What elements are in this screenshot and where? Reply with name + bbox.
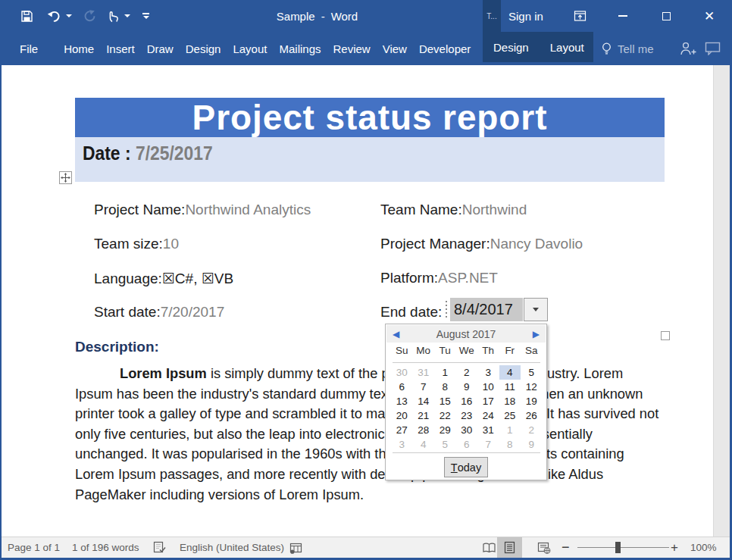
- table-move-handle[interactable]: [59, 171, 72, 184]
- sign-in-button[interactable]: Sign in: [508, 0, 543, 32]
- scrollbar-area[interactable]: [713, 65, 730, 537]
- maximize-button[interactable]: [657, 0, 675, 32]
- calendar-day[interactable]: 5: [434, 437, 456, 452]
- share-button[interactable]: [678, 32, 698, 65]
- calendar-day[interactable]: 29: [434, 423, 456, 437]
- quick-access-toolbar: [20, 0, 149, 32]
- calendar-day[interactable]: 31: [477, 423, 499, 437]
- calendar-day[interactable]: 1: [499, 423, 521, 437]
- tab-home[interactable]: Home: [58, 32, 100, 65]
- calendar-day[interactable]: 7: [477, 437, 499, 452]
- calendar-day[interactable]: 27: [391, 423, 413, 437]
- undo-caret-icon[interactable]: [66, 14, 72, 17]
- calendar-day[interactable]: 9: [521, 437, 543, 452]
- calendar-day[interactable]: 24: [477, 408, 499, 423]
- calendar-day[interactable]: 11: [499, 380, 521, 394]
- calendar-day[interactable]: 3: [391, 437, 413, 452]
- close-button[interactable]: ✕: [700, 0, 718, 32]
- proofing-status-icon[interactable]: [153, 537, 167, 558]
- calendar-day[interactable]: 12: [521, 380, 543, 394]
- calendar-day[interactable]: 8: [499, 437, 521, 452]
- zoom-out-button[interactable]: −: [562, 537, 570, 558]
- calendar-day[interactable]: 6: [391, 380, 413, 394]
- comments-button[interactable]: [705, 32, 721, 65]
- zoom-slider-handle[interactable]: [615, 542, 621, 553]
- calendar-day[interactable]: 17: [477, 394, 499, 408]
- field-value[interactable]: Northwind Analytics: [185, 202, 311, 217]
- calendar-day[interactable]: 23: [456, 408, 478, 423]
- tab-insert[interactable]: Insert: [100, 32, 141, 65]
- calendar-day[interactable]: 18: [499, 394, 521, 408]
- calendar-day[interactable]: 5: [521, 365, 543, 380]
- calendar-day[interactable]: 2: [521, 423, 543, 437]
- tab-view[interactable]: View: [377, 32, 413, 65]
- calendar-day[interactable]: 6: [456, 437, 478, 452]
- calendar-day[interactable]: 15: [434, 394, 456, 408]
- calendar-day[interactable]: 19: [521, 394, 543, 408]
- zoom-slider[interactable]: [577, 547, 669, 548]
- contextual-tab-layout[interactable]: Layout: [550, 32, 584, 62]
- tab-review[interactable]: Review: [327, 32, 377, 65]
- calendar-day[interactable]: 25: [499, 408, 521, 423]
- calendar-day[interactable]: 20: [391, 408, 413, 423]
- macro-record-icon[interactable]: [289, 537, 302, 558]
- tab-mailings[interactable]: Mailings: [273, 32, 327, 65]
- tab-file[interactable]: File: [14, 32, 44, 65]
- qat-customize-button[interactable]: [142, 13, 149, 19]
- web-layout-button[interactable]: [537, 537, 551, 558]
- print-layout-button[interactable]: [497, 537, 522, 558]
- tab-draw[interactable]: Draw: [141, 32, 180, 65]
- zoom-level[interactable]: 100%: [690, 537, 717, 558]
- calendar-day[interactable]: 13: [391, 394, 413, 408]
- calendar-day[interactable]: 7: [413, 380, 435, 394]
- contextual-tab-design[interactable]: Design: [493, 32, 529, 62]
- calendar-day-selected[interactable]: 4: [499, 365, 521, 380]
- calendar-day[interactable]: 30: [456, 423, 478, 437]
- undo-button[interactable]: [47, 10, 72, 22]
- calendar-day[interactable]: 8: [434, 380, 456, 394]
- save-icon[interactable]: [20, 10, 33, 23]
- page-indicator[interactable]: Page 1 of 1: [8, 537, 60, 558]
- calendar-day[interactable]: 1: [434, 365, 456, 380]
- minimize-button[interactable]: [614, 0, 632, 32]
- end-date-dropdown-button[interactable]: [524, 298, 548, 321]
- field-value[interactable]: ASP.NET: [438, 270, 498, 286]
- tell-me-button[interactable]: Tell me: [601, 32, 654, 65]
- touch-mode-caret-icon[interactable]: [124, 14, 130, 17]
- tab-design[interactable]: Design: [180, 32, 227, 65]
- field-value[interactable]: 7/20/2017: [161, 304, 225, 320]
- calendar-day[interactable]: 26: [521, 408, 543, 423]
- next-month-button[interactable]: ▶: [533, 329, 540, 339]
- read-mode-button[interactable]: [482, 537, 496, 558]
- calendar-day[interactable]: 16: [456, 394, 478, 408]
- redo-button[interactable]: [83, 10, 96, 23]
- date-value[interactable]: 7/25/2017: [136, 142, 213, 164]
- calendar-day[interactable]: 31: [413, 365, 435, 380]
- calendar-day[interactable]: 2: [456, 365, 478, 380]
- word-count[interactable]: 1 of 196 words: [72, 537, 139, 558]
- calendar-day[interactable]: 28: [413, 423, 435, 437]
- calendar-day[interactable]: 21: [413, 408, 435, 423]
- touch-mode-button[interactable]: [108, 9, 130, 23]
- prev-month-button[interactable]: ◀: [393, 329, 399, 339]
- end-date-value[interactable]: 8/4/2017: [450, 298, 523, 321]
- calendar-day[interactable]: 3: [477, 365, 499, 380]
- calendar-day[interactable]: 14: [413, 394, 435, 408]
- calendar-day[interactable]: 4: [413, 437, 435, 452]
- content-control-handle[interactable]: [443, 299, 449, 319]
- calendar-day[interactable]: 10: [477, 380, 499, 394]
- field-value[interactable]: 10: [163, 236, 179, 252]
- today-button[interactable]: Today: [444, 457, 488, 477]
- language-indicator[interactable]: English (United States): [180, 537, 284, 558]
- calendar-day[interactable]: 30: [391, 365, 413, 380]
- calendar-day[interactable]: 9: [456, 380, 478, 394]
- field-value[interactable]: ☒C#, ☒VB: [162, 271, 233, 286]
- calendar-day[interactable]: 22: [434, 408, 456, 423]
- tab-developer[interactable]: Developer: [413, 32, 477, 65]
- field-value[interactable]: Northwind: [462, 202, 527, 217]
- field-value[interactable]: Nancy Davolio: [490, 236, 583, 252]
- table-resize-handle[interactable]: [661, 331, 670, 340]
- zoom-in-button[interactable]: +: [671, 537, 678, 558]
- ribbon-display-options-button[interactable]: [571, 0, 589, 32]
- tab-layout[interactable]: Layout: [227, 32, 273, 65]
